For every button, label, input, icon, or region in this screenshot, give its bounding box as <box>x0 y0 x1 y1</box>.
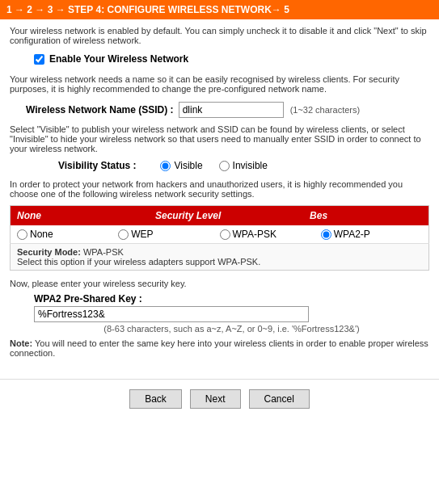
security-wpapsk-label: WPA-PSK <box>233 229 276 240</box>
page-header: 1 → 2 → 3 → STEP 4: CONFIGURE WIRELESS N… <box>0 0 439 19</box>
note-text: Note: You will need to enter the same ke… <box>10 338 429 358</box>
wpa-field-label: WPA2 Pre-Shared Key : <box>34 293 142 304</box>
security-mode-label: Security Mode: <box>17 247 81 257</box>
security-mode-desc: Select this option if your wireless adap… <box>17 257 260 267</box>
enable-wireless-label: Enable Your Wireless Network <box>49 53 188 65</box>
visibility-invisible-option[interactable]: Invisible <box>219 160 268 171</box>
visibility-desc: Select "Visible" to publish your wireles… <box>10 124 429 153</box>
security-wep-option[interactable]: WEP <box>118 229 219 240</box>
security-wep-radio[interactable] <box>118 229 129 240</box>
wpa-input[interactable] <box>34 306 309 322</box>
visibility-visible-label: Visible <box>174 160 202 171</box>
security-wpa2psk-label: WPA2-P <box>334 229 370 240</box>
security-wep-label: WEP <box>131 229 153 240</box>
security-none-radio[interactable] <box>17 229 27 240</box>
security-mode-value: WPA-PSK <box>83 247 124 257</box>
security-col3-header: Bes <box>303 206 428 226</box>
security-table: None Security Level Bes None WEP <box>10 205 429 271</box>
security-info-row: Security Mode: WPA-PSK Select this optio… <box>11 244 429 271</box>
security-none-option[interactable]: None <box>17 229 118 240</box>
intro-text: Your wireless network is enabled by defa… <box>10 26 429 45</box>
security-wpapsk-option[interactable]: WPA-PSK <box>220 229 321 240</box>
security-radio-group: None WEP WPA-PSK WPA2-P <box>17 229 422 240</box>
security-options-row: None WEP WPA-PSK WPA2-P <box>11 225 429 244</box>
security-wpa2psk-option[interactable]: WPA2-P <box>321 229 422 240</box>
ssid-desc: Your wireless network needs a name so it… <box>10 74 429 94</box>
next-button[interactable]: Next <box>190 389 241 409</box>
wpa-intro: Now, please enter your wireless security… <box>10 279 429 288</box>
visibility-row: Visibility Status : Visible Invisible <box>58 160 429 171</box>
main-content: Your wireless network is enabled by defa… <box>0 19 439 371</box>
cancel-button[interactable]: Cancel <box>249 389 310 409</box>
visibility-radio-group: Visible Invisible <box>160 160 268 171</box>
wpa-section: Now, please enter your wireless security… <box>10 279 429 358</box>
note-content: You will need to enter the same key here… <box>10 338 428 358</box>
visibility-invisible-radio[interactable] <box>219 161 230 171</box>
visibility-invisible-label: Invisible <box>233 160 268 171</box>
security-none-label: None <box>30 229 53 240</box>
note-label: Note: <box>10 338 32 348</box>
wpa-chars-hint: (8-63 characters, such as a~z, A~Z, or 0… <box>34 324 429 334</box>
ssid-input[interactable] <box>179 102 284 118</box>
button-row: Back Next Cancel <box>0 379 439 417</box>
enable-wireless-row: Enable Your Wireless Network <box>34 53 429 65</box>
security-col2-header: Security Level <box>73 206 303 226</box>
visibility-label: Visibility Status : <box>58 160 136 171</box>
security-col1-header: None <box>11 206 74 226</box>
ssid-hint: (1~32 characters) <box>290 105 361 115</box>
enable-wireless-checkbox[interactable] <box>34 54 44 65</box>
visibility-visible-option[interactable]: Visible <box>160 160 202 171</box>
wpa-field-row: WPA2 Pre-Shared Key : <box>34 293 429 304</box>
visibility-visible-radio[interactable] <box>160 161 171 171</box>
security-header-row: None Security Level Bes <box>11 206 429 226</box>
ssid-label: Wireless Network Name (SSID) : <box>26 104 174 116</box>
security-desc: In order to protect your network from ha… <box>10 179 429 199</box>
security-wpapsk-radio[interactable] <box>220 229 230 240</box>
ssid-field-row: Wireless Network Name (SSID) : (1~32 cha… <box>26 102 429 118</box>
security-wpa2psk-radio[interactable] <box>321 229 331 240</box>
back-button[interactable]: Back <box>129 389 182 409</box>
